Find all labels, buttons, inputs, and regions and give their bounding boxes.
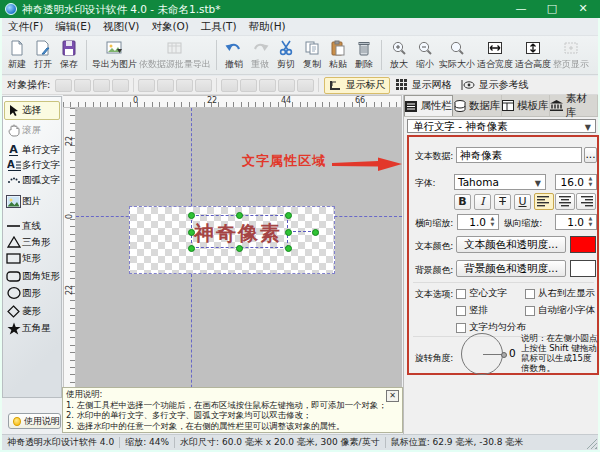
tool-triangle[interactable]: 三角形: [5, 234, 61, 250]
tool-rounded-rect[interactable]: 圆角矩形: [5, 268, 61, 284]
hscale-spinner[interactable]: 1.0 ▲▼: [457, 214, 499, 230]
menu-item-help[interactable]: 帮助(H): [243, 18, 292, 35]
objectbar-separator: [318, 78, 319, 92]
tab-properties[interactable]: 属性栏: [404, 95, 453, 116]
italic-button[interactable]: I: [474, 194, 491, 210]
selection-handle[interactable]: [285, 212, 292, 219]
selection-handle[interactable]: [188, 229, 195, 236]
ruler-number: 66: [355, 96, 365, 105]
align-right-button[interactable]: [576, 193, 596, 210]
copy-button[interactable]: 复制: [299, 37, 325, 73]
close-button[interactable]: ✕: [569, 0, 597, 18]
tab-materials[interactable]: 素材库: [550, 95, 598, 116]
redo-label: 重做: [251, 58, 269, 71]
selection-handle[interactable]: [188, 245, 195, 252]
checkbox-auto-shrink[interactable]: 自动缩小字体: [525, 304, 595, 317]
bg-color-button[interactable]: 背景颜色和透明度...: [456, 260, 566, 277]
tool-image[interactable]: 图片: [5, 193, 61, 209]
rotation-handle[interactable]: [312, 229, 319, 236]
delete-label: 删除: [355, 58, 373, 71]
tool-multi-line-text[interactable]: A多行文字: [5, 157, 61, 173]
menu-item-object[interactable]: 对象(O): [145, 18, 194, 35]
vscale-spinner[interactable]: 1.0 ▲▼: [555, 214, 597, 230]
even-distribute-label: 文字均匀分布: [469, 321, 526, 334]
actual-size-label: 实际大小: [439, 58, 475, 71]
actual-size-button[interactable]: 实际大小: [438, 37, 476, 73]
redo-icon: [251, 39, 269, 57]
checkbox-hollow-text[interactable]: 空心文字: [456, 287, 507, 300]
rotation-dial[interactable]: [461, 333, 503, 375]
fit-height-label: 适合高度: [515, 58, 551, 71]
tool-select[interactable]: 选择: [4, 101, 60, 120]
selection-handle[interactable]: [236, 212, 243, 219]
canvas[interactable]: 神奇像素 文字属性区域: [76, 108, 402, 433]
text-data-input[interactable]: 神奇像素: [456, 147, 582, 163]
tool-circle[interactable]: 圆形: [5, 285, 61, 301]
tool-star[interactable]: 五角星: [5, 320, 61, 336]
bg-color-swatch[interactable]: [570, 260, 596, 277]
tool-diamond[interactable]: 菱形: [5, 303, 61, 319]
align-center-button[interactable]: [555, 193, 575, 210]
tab-database[interactable]: 数据库: [453, 95, 501, 116]
selection-handle[interactable]: [285, 245, 292, 252]
new-button[interactable]: 新建: [4, 37, 30, 73]
text-color-button[interactable]: 文本颜色和透明度...: [456, 236, 566, 253]
menu-item-file[interactable]: 文件(F): [2, 18, 49, 35]
show-ruler-toggle[interactable]: 显示标尺: [324, 77, 390, 94]
selection-handle[interactable]: [188, 212, 195, 219]
strikethrough-button[interactable]: T: [494, 194, 511, 210]
menu-item-tools[interactable]: 工具(T): [195, 18, 243, 35]
show-grid-toggle[interactable]: 显示网格: [392, 77, 455, 94]
zoom-out-icon: [417, 39, 433, 57]
text-color-swatch[interactable]: [570, 236, 596, 253]
zoom-out-button[interactable]: 缩小: [412, 37, 438, 73]
paste-button[interactable]: 粘贴: [325, 37, 351, 73]
line-label: 直线: [22, 220, 41, 233]
open-button[interactable]: 打开: [30, 37, 56, 73]
text-data-more-button[interactable]: ...: [584, 147, 597, 163]
bold-button[interactable]: B: [454, 194, 471, 210]
infobox-close-icon[interactable]: ✕: [386, 390, 399, 402]
checkbox-right-to-left[interactable]: 从右到左显示: [525, 287, 595, 300]
fit-width-button[interactable]: 适合宽度: [476, 37, 514, 73]
show-guides-toggle[interactable]: 显示参考线: [457, 77, 532, 94]
save-button[interactable]: 保存: [56, 37, 82, 73]
tool-arc-text[interactable]: 圆弧文字: [5, 172, 61, 188]
tool-line[interactable]: 直线: [5, 218, 61, 234]
font-size-spinner[interactable]: 16.0 ▲▼: [555, 174, 597, 190]
object-selector-dropdown[interactable]: 单行文字 - 神奇像素 ▼: [407, 119, 596, 133]
fit-height-button[interactable]: 适合高度: [514, 37, 552, 73]
svg-text:A: A: [7, 159, 15, 170]
rotation-dot-icon[interactable]: [501, 352, 507, 358]
object-op-icon: [112, 79, 129, 92]
infobox-line-3: 3. 选择水印中的任意一个对象，在右侧的属性栏里可以调整该对象的属性。: [66, 421, 399, 432]
help-button[interactable]: 使用说明: [8, 413, 61, 429]
delete-button[interactable]: 删除: [351, 37, 377, 73]
underline-button[interactable]: U: [514, 194, 531, 210]
font-size-value: 16.0: [561, 176, 584, 188]
font-select[interactable]: Tahoma ▼: [454, 174, 546, 190]
tool-scroll[interactable]: 滚屏: [5, 122, 61, 138]
undo-button[interactable]: 撤销: [221, 37, 247, 73]
checkbox-vertical-text[interactable]: 竖排: [456, 304, 488, 317]
save-icon: [61, 39, 77, 57]
maximize-button[interactable]: □: [538, 0, 566, 18]
minimize-button[interactable]: —: [507, 0, 535, 18]
rotation-arm: [483, 354, 504, 355]
export-image-button[interactable]: 导出为图片: [91, 37, 138, 73]
menu-item-view[interactable]: 视图(V): [97, 18, 145, 35]
selection-handle[interactable]: [236, 245, 243, 252]
triangle-icon: [5, 236, 22, 248]
tool-rect[interactable]: 矩形: [5, 250, 61, 266]
menu-item-edit[interactable]: 编辑(E): [49, 18, 97, 35]
checkbox-even-distribute[interactable]: 文字均匀分布: [456, 321, 526, 334]
align-left-button[interactable]: [534, 193, 554, 210]
new-label: 新建: [8, 58, 26, 71]
tab-templates[interactable]: 模板库: [502, 95, 550, 116]
object-op-icon: [259, 79, 276, 92]
cut-button[interactable]: 剪切: [273, 37, 299, 73]
selection-handle[interactable]: [285, 229, 292, 236]
tool-single-line-text[interactable]: A单行文字: [5, 142, 61, 158]
zoom-in-button[interactable]: 放大: [386, 37, 412, 73]
vertical-ruler: 22022: [63, 108, 76, 433]
